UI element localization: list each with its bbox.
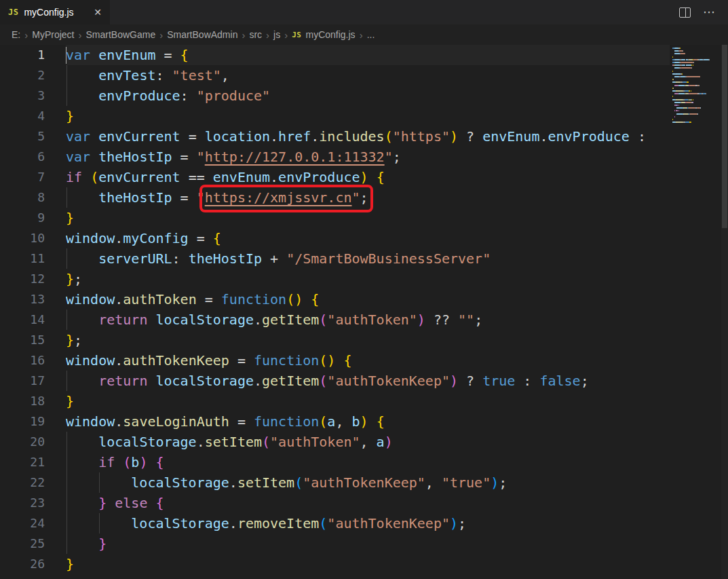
line-number: 23 [0,493,66,513]
code-line[interactable]: var envCurrent = location.href.includes(… [66,126,670,147]
split-editor-icon[interactable] [679,7,691,18]
close-tab-icon[interactable]: ✕ [94,7,102,17]
breadcrumb-item[interactable]: js [273,29,280,40]
code-line[interactable]: if (envCurrent == envEnum.envProduce) { [66,167,670,187]
minimap-line [691,64,692,66]
minimap-line [678,110,679,111]
indent-guide [66,86,67,106]
more-actions-icon[interactable]: ⋯ [703,9,716,16]
code-area[interactable]: var envEnum = { envTest: "test", envProd… [66,45,670,579]
minimap-line [674,62,679,63]
minimap-line [676,110,678,111]
code-line[interactable]: } [66,208,670,228]
minimap-line [672,96,673,97]
code-line[interactable]: envTest: "test", [66,65,670,86]
code-line[interactable]: } [66,534,670,554]
minimap[interactable] [670,45,721,579]
minimap-line [687,81,688,83]
breadcrumb-item[interactable]: src [249,29,262,40]
line-number: 2 [0,65,66,86]
indent-guide [66,513,67,534]
indent-guide [66,310,67,330]
breadcrumb-label: E: [12,29,20,40]
minimap-line [704,59,709,60]
code-line[interactable]: serverURL: theHostIp + "/SmartBowBusines… [66,248,670,269]
tab-myconfig-js[interactable]: JS myConfig.js ✕ [0,0,110,24]
code-line[interactable]: localStorage.setItem("authTokenKeep", "t… [66,472,670,493]
code-line[interactable]: localStorage.removeItem("authTokenKeep")… [66,513,670,534]
minimap-line [687,76,700,77]
minimap-line [706,93,706,94]
line-number: 4 [0,106,66,126]
code-line[interactable]: }; [66,330,670,350]
code-line[interactable]: var envEnum = { [66,45,670,65]
line-number: 6 [0,147,66,167]
scrollbar[interactable] [721,45,728,579]
indent-guide [66,534,67,554]
breadcrumb-item[interactable]: MyProject [32,29,74,40]
minimap-line [674,116,675,117]
breadcrumb-separator-icon: › [266,29,269,41]
line-number: 3 [0,86,66,106]
line-number: 8 [0,187,66,208]
code-line[interactable]: window.authToken = function() { [66,289,670,310]
breadcrumb-item[interactable]: SmartBowAdmin [167,29,237,40]
code-line[interactable]: localStorage.setItem("authToken", a) [66,432,670,452]
minimap-line [681,53,685,54]
editor-actions: ⋯ [679,0,728,24]
code-line[interactable]: window.saveLoginAuth = function(a, b) { [66,411,670,432]
indent-guide [66,493,67,513]
line-number: 10 [0,228,66,248]
code-line[interactable]: window.myConfig = { [66,228,670,248]
code-line[interactable]: envProduce: "produce" [66,86,670,106]
line-number: 7 [0,167,66,187]
breadcrumb-item[interactable]: ... [367,29,375,40]
breadcrumb-item[interactable]: JSmyConfig.js [292,29,355,40]
breadcrumb-item[interactable]: SmartBowGame [85,29,155,40]
minimap-line [691,90,691,92]
minimap-line [680,48,681,49]
minimap-line [709,59,710,60]
code-line[interactable]: }; [66,269,670,289]
code-line[interactable]: } [66,106,670,126]
minimap-line [682,73,683,75]
breadcrumb-item[interactable]: E: [12,29,20,40]
minimap-line [681,67,691,69]
minimap-line [672,73,676,75]
minimap-line [676,73,680,75]
minimap-line [674,59,680,60]
editor-pane[interactable]: 1234567891011121314151617181920212223242… [0,45,728,579]
minimap-line [688,107,696,109]
minimap-line [691,67,692,69]
line-number: 14 [0,310,66,330]
code-line[interactable]: var theHostIp = "http://127.0.0.1:11332"… [66,147,670,167]
minimap-line [689,93,697,94]
indent-guide [66,452,67,472]
code-line[interactable]: window.authTokenKeep = function() { [66,350,670,371]
code-line[interactable]: return localStorage.getItem("authTokenKe… [66,371,670,391]
minimap-line [674,110,675,111]
code-line[interactable]: } [66,391,670,411]
scrollbar-thumb[interactable] [722,45,727,228]
minimap-line [678,105,679,106]
code-line[interactable]: } [66,554,670,574]
line-number: 16 [0,350,66,371]
text-cursor [66,47,66,64]
code-line[interactable]: return localStorage.getItem("authToken")… [66,310,670,330]
minimap-line [693,99,693,100]
minimap-line [672,81,676,83]
line-number: 12 [0,269,66,289]
minimap-line [697,113,698,115]
code-line[interactable]: window.clearLoginAuth = function() { [66,574,670,579]
minimap-line [676,113,683,115]
indent-guide [66,472,67,493]
breadcrumb-label: ... [367,29,375,40]
code-line[interactable]: } else { [66,493,670,513]
code-line[interactable]: if (b) { [66,452,670,472]
line-number: 27 [0,574,66,579]
line-number: 18 [0,391,66,411]
code-line[interactable]: theHostIp = "https://xmjssvr.cn"; [66,187,670,208]
minimap-line [681,102,685,103]
breadcrumb-label: MyProject [32,29,74,40]
indent-guide [99,472,100,493]
